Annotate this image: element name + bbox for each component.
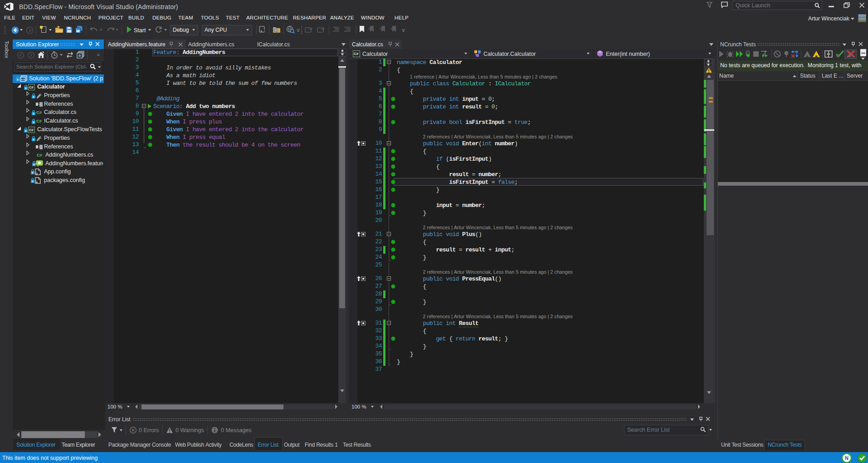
svg-text:N: N (845, 455, 848, 461)
